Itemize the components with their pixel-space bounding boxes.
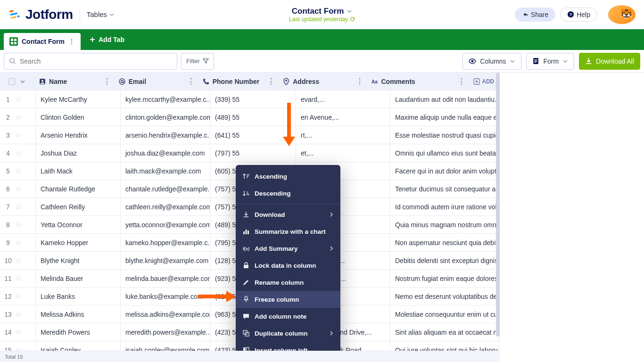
cell-name[interactable]: Arsenio Hendrix (36, 126, 121, 144)
cell-name[interactable]: Meredith Powers (36, 323, 121, 341)
menu-insert-left[interactable]: Insert column left (236, 342, 340, 351)
cell-comments[interactable]: Esse molestiae nostrud quasi cupidi... (390, 126, 500, 144)
col-header-email[interactable]: Email ⋮ (114, 73, 198, 90)
add-tab-button[interactable]: Add Tab (84, 36, 129, 43)
star-icon[interactable]: ☆ (15, 220, 22, 229)
star-icon[interactable]: ☆ (15, 95, 22, 104)
cell-comments[interactable]: Maxime aliquip unde nulla eaque el... (390, 108, 500, 126)
cell-comments[interactable]: Nemo est deserunt voluptatibus de... (390, 288, 500, 305)
filter-button[interactable]: Filter (181, 53, 214, 70)
cell-comments[interactable]: Tenetur ducimus sit consequatur ali... (390, 180, 500, 197)
star-icon[interactable]: ☆ (15, 166, 22, 175)
star-icon[interactable]: ☆ (15, 113, 22, 122)
cell-comments[interactable]: Debitis deleniti sint excepturi dignis..… (390, 252, 500, 269)
star-icon[interactable]: ☆ (15, 202, 22, 211)
cell-name[interactable]: Kameko Hopper (36, 234, 121, 251)
star-icon[interactable]: ☆ (15, 184, 22, 193)
col-menu-icon[interactable]: ⋮ (103, 78, 110, 85)
cell-comments[interactable]: Id commodi autem irure ratione vol... (390, 198, 500, 215)
table-row[interactable]: 2☆Clinton Goldenclinton.golden@example.c… (0, 108, 500, 126)
select-all-checkbox[interactable] (8, 78, 15, 85)
cell-email[interactable]: laith.mack@example.com (121, 162, 210, 180)
columns-button[interactable]: Columns (462, 53, 521, 70)
help-button[interactable]: ? Help (560, 8, 597, 22)
page-title[interactable]: Contact Form (289, 7, 355, 16)
cell-comments[interactable]: Molestiae consequuntur enim ut cu... (390, 305, 500, 323)
cell-email[interactable]: melissa.adkins@example.com (121, 305, 210, 323)
cell-email[interactable]: arsenio.hendrix@example.c... (121, 126, 210, 144)
menu-duplicate[interactable]: Duplicate column (236, 325, 340, 342)
cell-address[interactable]: en Avenue,... (296, 108, 390, 126)
star-icon[interactable]: ☆ (15, 256, 22, 265)
menu-ascending[interactable]: Ascending (236, 168, 340, 185)
col-menu-icon[interactable]: ⋮ (267, 78, 274, 85)
cell-email[interactable]: isaiah.conley@example.com (121, 341, 210, 351)
menu-download[interactable]: Download (236, 206, 340, 223)
cell-email[interactable]: melinda.bauer@example.com (121, 270, 210, 287)
col-menu-icon[interactable]: ⋮ (187, 78, 194, 85)
cell-email[interactable]: kylee.mccarthy@example.c... (121, 90, 210, 108)
search-input[interactable] (4, 53, 177, 70)
star-icon[interactable]: ☆ (15, 131, 22, 140)
col-header-phone[interactable]: Phone Number ⋮ (198, 73, 278, 90)
cell-comments[interactable]: Facere qui in aut dolor anim volupta... (390, 162, 500, 180)
cell-name[interactable]: Melissa Adkins (36, 305, 121, 323)
cell-address[interactable]: evard,... (296, 90, 390, 108)
cell-address[interactable]: rt,... (296, 126, 390, 144)
cell-email[interactable]: joshua.diaz@example.com (121, 144, 210, 162)
table-row[interactable]: 4☆Joshua Diazjoshua.diaz@example.com(797… (0, 144, 500, 162)
star-icon[interactable]: ☆ (15, 238, 22, 247)
col-menu-icon[interactable]: ⋮ (356, 78, 363, 85)
tab-contact-form[interactable]: Contact Form ⋮ (4, 33, 81, 50)
cell-email[interactable]: chantale.rutledge@example... (121, 180, 210, 197)
cell-name[interactable]: Blythe Knight (36, 252, 121, 269)
cell-address[interactable]: et,... (296, 144, 390, 162)
cell-email[interactable]: meredith.powers@example... (121, 323, 210, 341)
cell-name[interactable]: Cathleen Reilly (36, 198, 121, 215)
menu-rename[interactable]: Rename column (236, 274, 340, 291)
menu-descending[interactable]: Descending (236, 185, 340, 202)
table-row[interactable]: 1☆Kylee McCarthykylee.mccarthy@example.c… (0, 90, 500, 108)
menu-lock[interactable]: Lock data in column (236, 257, 340, 274)
scrollbar[interactable] (496, 73, 500, 337)
cell-comments[interactable]: Nostrum fugiat enim eaque dolores... (390, 270, 500, 287)
star-icon[interactable]: ☆ (15, 310, 22, 319)
cell-comments[interactable]: Non aspernatur nesciunt quia debiti... (390, 234, 500, 251)
form-button[interactable]: Form (526, 53, 574, 70)
col-menu-icon[interactable]: ⋮ (458, 78, 465, 85)
cell-name[interactable]: Isaiah Conley (36, 341, 121, 351)
star-icon[interactable]: ☆ (15, 346, 22, 351)
col-header-comments[interactable]: Aa Comments ⋮ (366, 73, 469, 90)
logo[interactable]: Jotform (8, 7, 73, 22)
menu-chart[interactable]: Summarize with a chart (236, 223, 340, 240)
cell-name[interactable]: Clinton Golden (36, 108, 121, 126)
menu-freeze[interactable]: Freeze column (236, 291, 340, 308)
tab-menu-icon[interactable]: ⋮ (68, 38, 75, 45)
cell-name[interactable]: Chantale Rutledge (36, 180, 121, 197)
cell-email[interactable]: cathleen.reilly@example.com (121, 198, 210, 215)
star-icon[interactable]: ☆ (15, 328, 22, 337)
cell-phone[interactable]: (339) 55 (210, 90, 296, 108)
cell-email[interactable]: blythe.knight@example.com (121, 252, 210, 269)
cell-comments[interactable]: Omnis qui ullamco eius sunt beatae... (390, 144, 500, 162)
star-icon[interactable]: ☆ (15, 274, 22, 283)
download-all-button[interactable]: Download All (579, 53, 640, 70)
cell-email[interactable]: clinton.golden@example.com (121, 108, 210, 126)
cell-email[interactable]: luke.banks@example.com (121, 288, 210, 305)
cell-email[interactable]: yetta.oconnor@example.com (121, 216, 210, 233)
star-icon[interactable]: ☆ (15, 292, 22, 301)
col-header-name[interactable]: Name ⋮ (34, 73, 114, 90)
cell-name[interactable]: Yetta Oconnor (36, 216, 121, 233)
share-button[interactable]: Share (515, 8, 555, 22)
cell-name[interactable]: Luke Banks (36, 288, 121, 305)
cell-comments[interactable]: Laudantium aut odit non laudantiu... (390, 90, 500, 108)
chevron-down-icon[interactable] (20, 79, 25, 84)
cell-email[interactable]: kameko.hopper@example.c... (121, 234, 210, 251)
cell-name[interactable]: Melinda Bauer (36, 270, 121, 287)
cell-phone[interactable]: (797) 55 (210, 144, 296, 162)
cell-phone[interactable]: (641) 55 (210, 126, 296, 144)
cell-comments[interactable]: Sint alias aliquam ea at occaecat no... (390, 323, 500, 341)
avatar[interactable]: 🐯 (608, 5, 636, 24)
refresh-icon[interactable] (350, 16, 355, 22)
cell-phone[interactable]: (489) 55 (210, 108, 296, 126)
